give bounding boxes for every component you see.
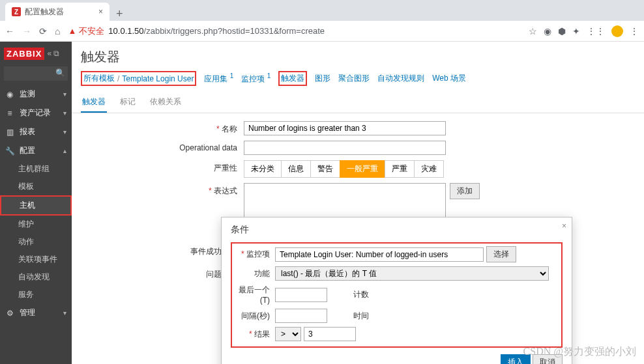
- sidebar-sub-actions[interactable]: 动作: [0, 233, 72, 251]
- label-last-t: 最后一个 (T): [239, 285, 270, 305]
- sidebar: ZABBIX « ⧉ 🔍 ◉监测▾ ≡资产记录▾ ▥报表▾ 🔧配置▴ 主机群组 …: [0, 42, 72, 364]
- interval-input[interactable]: [275, 309, 327, 323]
- main-content: 触发器 所有模板 / Template Login User 应用集 1 监控项…: [72, 42, 644, 364]
- label-expression: 表达式: [214, 186, 237, 195]
- reload-icon[interactable]: ⟳: [39, 26, 47, 36]
- zabbix-logo[interactable]: ZABBIX: [4, 48, 44, 60]
- sev-average[interactable]: 一般严重: [340, 160, 385, 178]
- form-tabs: 触发器 标记 依赖关系: [72, 92, 644, 113]
- sev-disaster[interactable]: 灾难: [414, 160, 444, 178]
- function-select[interactable]: last() - 最后（最近）的 T 值: [275, 266, 549, 281]
- chevron-down-icon: ▾: [63, 91, 66, 98]
- sev-info[interactable]: 信息: [281, 160, 311, 178]
- wrench-icon: 🔧: [5, 147, 14, 156]
- label-interval: 间隔(秒): [241, 311, 270, 320]
- breadcrumb-web[interactable]: Web 场景: [432, 73, 466, 84]
- dialog-close-icon[interactable]: ×: [562, 221, 566, 231]
- browser-tab[interactable]: Z 配置触发器 ×: [5, 3, 110, 21]
- breadcrumb: 所有模板 / Template Login User 应用集 1 监控项 1 触…: [72, 68, 644, 92]
- search-icon[interactable]: 🔍: [55, 68, 65, 77]
- extension-icons: ☆ ◉ ⬢ ✦ ⋮⋮ ⋮: [529, 25, 639, 37]
- sidebar-sub-hosts[interactable]: 主机: [0, 195, 72, 216]
- opdata-input[interactable]: [244, 141, 446, 155]
- sidebar-item-inventory[interactable]: ≡资产记录▾: [0, 104, 72, 122]
- sev-notclassified[interactable]: 未分类: [244, 160, 282, 178]
- browser-tabs: Z 配置触发器 × +: [0, 0, 644, 21]
- breadcrumb-triggers[interactable]: 触发器: [281, 74, 304, 83]
- sidebar-sub-discovery[interactable]: 自动发现: [0, 268, 72, 286]
- label-opdata: Operational data: [179, 143, 237, 152]
- insert-button[interactable]: 插入: [501, 354, 531, 364]
- warning-icon: ▲: [68, 26, 76, 36]
- menu-icon[interactable]: ⋮: [630, 26, 639, 36]
- chevron-down-icon: ▾: [63, 109, 66, 117]
- label-time: 时间: [353, 311, 369, 322]
- sidebar-sub-services[interactable]: 服务: [0, 286, 72, 303]
- eye-icon: ◉: [5, 90, 14, 99]
- gear-icon: ⚙: [5, 309, 14, 318]
- dialog-title: 条件: [231, 224, 563, 236]
- label-function: 功能: [254, 269, 270, 278]
- expression-textarea[interactable]: [244, 183, 446, 222]
- result-operator-select[interactable]: >: [275, 327, 301, 341]
- close-icon[interactable]: ×: [98, 7, 103, 16]
- breadcrumb-all-templates[interactable]: 所有模板: [83, 73, 115, 84]
- item-input[interactable]: [275, 247, 484, 262]
- sidebar-item-reports[interactable]: ▥报表▾: [0, 122, 72, 141]
- chevron-up-icon: ▴: [63, 147, 66, 154]
- chevron-down-icon: ▾: [63, 309, 66, 316]
- label-severity: 严重性: [214, 163, 237, 173]
- sidebar-sub-templates[interactable]: 模板: [0, 178, 72, 195]
- chart-icon: ▥: [5, 128, 14, 137]
- new-tab-button[interactable]: +: [110, 7, 130, 21]
- severity-group: 未分类 信息 警告 一般严重 严重 灾难: [244, 160, 635, 178]
- extension-icon[interactable]: ◉: [544, 26, 551, 36]
- breadcrumb-items[interactable]: 监控项 1: [241, 72, 271, 85]
- sidebar-item-config[interactable]: 🔧配置▴: [0, 141, 72, 160]
- name-input[interactable]: [244, 121, 446, 135]
- result-value-input[interactable]: [304, 327, 356, 341]
- label-item: 监控项: [246, 249, 270, 259]
- sidebar-item-monitoring[interactable]: ◉监测▾: [0, 85, 72, 104]
- tab-title: 配置触发器: [25, 7, 64, 18]
- back-icon[interactable]: ←: [5, 26, 14, 36]
- label-count: 计数: [353, 289, 369, 300]
- sidebar-sub-correlation[interactable]: 关联项事件: [0, 251, 72, 268]
- breadcrumb-discovery[interactable]: 自动发现规则: [377, 73, 424, 84]
- breadcrumb-aggr[interactable]: 聚合图形: [338, 73, 370, 84]
- last-t-input[interactable]: [275, 288, 327, 302]
- breadcrumb-graphs[interactable]: 图形: [315, 73, 330, 84]
- collapse-icon[interactable]: « ⧉: [47, 49, 59, 58]
- breadcrumb-template[interactable]: Template Login User: [122, 74, 194, 83]
- label-name: 名称: [222, 124, 237, 133]
- insecure-badge: ▲ 不安全: [68, 25, 104, 37]
- page-title: 触发器: [72, 42, 644, 68]
- address-bar: ← → ⟳ ⌂ ▲ 不安全 10.0.1.50/zabbix/triggers.…: [0, 21, 644, 42]
- dialog-cancel-button[interactable]: 取消: [533, 354, 563, 364]
- select-item-button[interactable]: 选择: [486, 246, 516, 262]
- condition-dialog: × 条件 * 监控项 选择 功能 last() - 最后（最近）的 T 值 最后…: [221, 217, 572, 364]
- url-text: 10.0.1.50/zabbix/triggers.php?hostid=103…: [108, 26, 325, 36]
- apps-icon[interactable]: ⋮⋮: [587, 26, 605, 36]
- sev-high[interactable]: 严重: [385, 160, 415, 178]
- add-expression-button[interactable]: 添加: [450, 183, 480, 199]
- tab-deps[interactable]: 依赖关系: [149, 92, 183, 113]
- tab-tags[interactable]: 标记: [119, 92, 137, 113]
- breadcrumb-apps[interactable]: 应用集 1: [204, 72, 233, 85]
- tab-trigger[interactable]: 触发器: [81, 92, 107, 113]
- puzzle-icon[interactable]: ✦: [572, 26, 580, 36]
- forward-icon[interactable]: →: [22, 26, 31, 36]
- sidebar-sub-maintenance[interactable]: 维护: [0, 216, 72, 233]
- chevron-down-icon: ▾: [63, 128, 66, 135]
- sidebar-item-admin[interactable]: ⚙管理▾: [0, 303, 72, 322]
- home-icon[interactable]: ⌂: [55, 26, 60, 36]
- url-box[interactable]: ▲ 不安全 10.0.1.50/zabbix/triggers.php?host…: [68, 25, 521, 37]
- list-icon: ≡: [5, 109, 14, 118]
- sidebar-sub-hostgroups[interactable]: 主机群组: [0, 160, 72, 178]
- star-icon[interactable]: ☆: [529, 26, 537, 36]
- extension-icon[interactable]: ⬢: [558, 26, 566, 36]
- avatar[interactable]: [611, 25, 623, 37]
- sev-warning[interactable]: 警告: [310, 160, 340, 178]
- label-result: 结果: [254, 329, 270, 339]
- zabbix-favicon: Z: [12, 7, 21, 16]
